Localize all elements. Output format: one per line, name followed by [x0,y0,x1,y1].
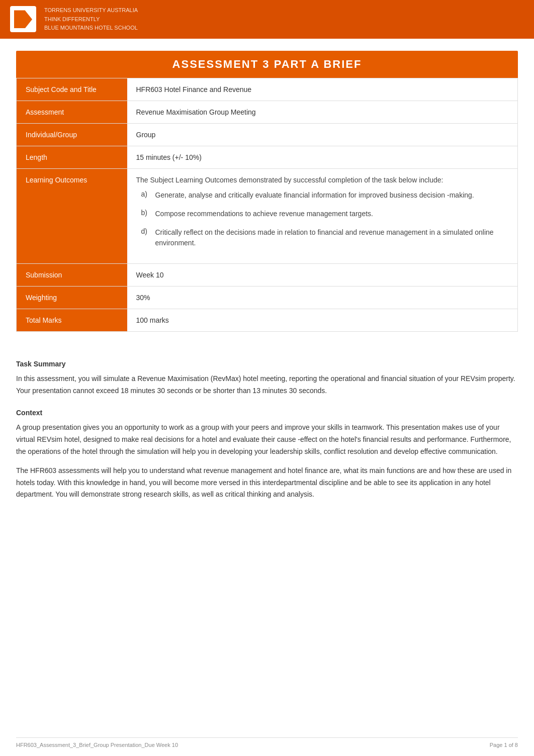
row-value: 15 minutes (+/- 10%) [127,146,518,168]
row-value: Group [127,123,518,146]
header-text: TORRENS UNIVERSITY AUSTRALIA THINK DIFFE… [44,6,138,33]
row-label: Subject Code and Title [17,78,127,101]
lo-item-d: d) Critically reflect on the decisions m… [136,227,509,248]
row-value: 100 marks [127,309,518,331]
assessment-title: ASSESSMENT 3 PART A BRIEF [16,51,518,78]
row-label: Total Marks [17,309,127,331]
row-value-learning-outcomes: The Subject Learning Outcomes demonstrat… [127,168,518,263]
table-row-learning-outcomes: Learning Outcomes The Subject Learning O… [17,168,518,263]
table-row: Length 15 minutes (+/- 10%) [17,146,518,168]
assessment-table: Subject Code and Title HFR603 Hotel Fina… [16,78,518,332]
table-row: Submission Week 10 [17,263,518,286]
content-area: Task Summary In this assessment, you wil… [0,344,534,516]
table-row: Individual/Group Group [17,123,518,146]
footer-right: Page 1 of 8 [490,742,518,748]
lo-item-d-label: d) [141,227,155,248]
context-body1: A group presentation gives you an opport… [16,422,518,457]
row-value: Revenue Maximisation Group Meeting [127,101,518,123]
row-value: 30% [127,286,518,309]
assessment-container: ASSESSMENT 3 PART A BRIEF Subject Code a… [0,39,534,344]
lo-item-a-text: Generate, analyse and critically evaluat… [155,190,474,201]
page: TORRENS UNIVERSITY AUSTRALIA THINK DIFFE… [0,0,534,756]
row-label: Length [17,146,127,168]
table-row: Total Marks 100 marks [17,309,518,331]
lo-item-a-label: a) [141,190,155,201]
table-row: Subject Code and Title HFR603 Hotel Fina… [17,78,518,101]
row-value: HFR603 Hotel Finance and Revenue [127,78,518,101]
lo-item-b-label: b) [141,209,155,219]
row-value: Week 10 [127,263,518,286]
row-label: Weighting [17,286,127,309]
row-label: Individual/Group [17,123,127,146]
logo-shape [14,10,32,28]
lo-intro: The Subject Learning Outcomes demonstrat… [136,176,509,184]
task-summary-title: Task Summary [16,360,518,368]
context-title: Context [16,409,518,417]
lo-item-a: a) Generate, analyse and critically eval… [136,190,509,201]
footer-left: HFR603_Assessment_3_Brief_Group Presenta… [16,742,178,748]
row-label: Assessment [17,101,127,123]
task-summary-body: In this assessment, you will simulate a … [16,373,518,397]
lo-item-b: b) Compose recommendations to achieve re… [136,209,509,219]
table-row: Assessment Revenue Maximisation Group Me… [17,101,518,123]
row-label-learning-outcomes: Learning Outcomes [17,168,127,263]
lo-item-b-text: Compose recommendations to achieve reven… [155,209,373,219]
logo [10,6,36,32]
row-label: Submission [17,263,127,286]
context-body2: The HFR603 assessments will help you to … [16,465,518,501]
table-row: Weighting 30% [17,286,518,309]
footer: HFR603_Assessment_3_Brief_Group Presenta… [16,737,518,748]
header: TORRENS UNIVERSITY AUSTRALIA THINK DIFFE… [0,0,534,39]
lo-item-d-text: Critically reflect on the decisions made… [155,227,509,248]
